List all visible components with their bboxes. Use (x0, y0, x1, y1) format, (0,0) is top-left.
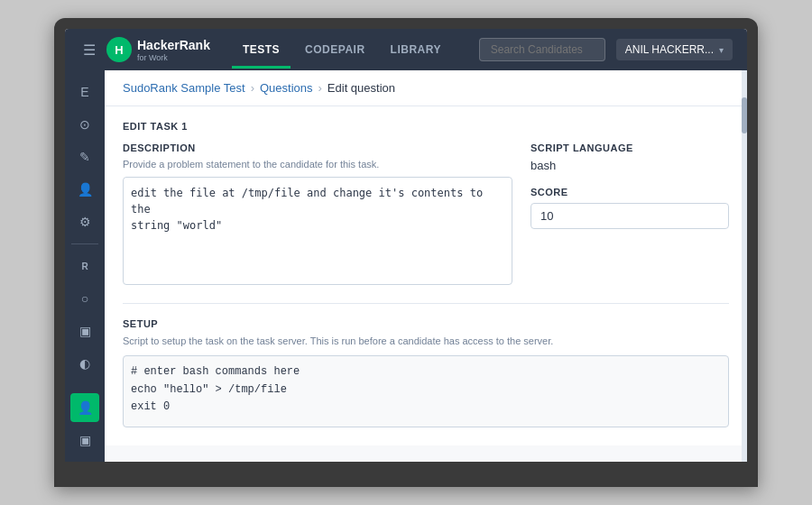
sidebar: E ⊙ ✎ 👤 ⚙ R ○ ▣ ◐ 👤 ▣ (65, 70, 105, 462)
edit-task-title: EDIT TASK 1 (123, 121, 729, 132)
sidebar-icon-grid[interactable]: ▣ (70, 317, 99, 345)
script-language-label: SCRIPT LANGUAGE (531, 142, 729, 153)
sidebar-label-r: R (70, 252, 99, 280)
nav-codepair[interactable]: CODEPAIR (294, 38, 375, 61)
user-menu[interactable]: ANIL HACKERR... ▾ (616, 39, 733, 60)
page-content: EDIT TASK 1 DESCRIPTION Provide a proble… (105, 106, 747, 445)
script-language-value: bash (531, 159, 729, 172)
setup-code-textarea[interactable] (123, 355, 729, 427)
nav-library[interactable]: LIBRARY (380, 38, 452, 61)
description-hint: Provide a problem statement to the candi… (123, 159, 512, 170)
sidebar-icon-edit[interactable]: ✎ (70, 142, 99, 171)
breadcrumb-sep-1: › (251, 81, 254, 95)
breadcrumb-test[interactable]: SudoRank Sample Test (123, 81, 245, 95)
breadcrumb-sep-2: › (318, 81, 322, 95)
laptop-screen: ☰ H HackerRank for Work TESTS CODEPAIR L… (65, 29, 747, 462)
sidebar-icon-gear[interactable]: ⚙ (70, 207, 99, 236)
sidebar-icon-doc[interactable]: ⊙ (70, 110, 99, 139)
content-area: SudoRank Sample Test › Questions › Edit … (105, 70, 747, 462)
search-input[interactable] (479, 38, 605, 61)
logo-text: HackerRank for Work (137, 37, 210, 62)
task-form-grid: DESCRIPTION Provide a problem statement … (123, 142, 729, 289)
sidebar-icon-users-active[interactable]: 👤 (70, 393, 99, 422)
sidebar-icon-half[interactable]: ◐ (70, 349, 99, 378)
chevron-down-icon: ▾ (719, 45, 724, 55)
breadcrumb: SudoRank Sample Test › Questions › Edit … (105, 70, 747, 106)
score-label: SCORE (531, 187, 729, 197)
score-input[interactable] (531, 203, 729, 229)
setup-hint: Script to setup the task on the task ser… (123, 335, 729, 348)
setup-label: SETUP (123, 318, 729, 329)
scrollbar-track (742, 70, 747, 462)
user-name: ANIL HACKERR... (625, 43, 714, 56)
description-textarea[interactable] (123, 177, 512, 285)
description-label: DESCRIPTION (123, 142, 512, 153)
right-panel: SCRIPT LANGUAGE bash SCORE (531, 142, 729, 289)
nav-links: TESTS CODEPAIR LIBRARY (232, 38, 479, 61)
nav-tests[interactable]: TESTS (232, 38, 291, 61)
logo-area: H HackerRank for Work (106, 37, 210, 62)
sidebar-icon-e[interactable]: E (70, 78, 99, 106)
breadcrumb-current: Edit question (328, 81, 395, 95)
scrollbar-thumb[interactable] (742, 97, 747, 133)
top-nav: ☰ H HackerRank for Work TESTS CODEPAIR L… (65, 29, 747, 70)
script-language-section: SCRIPT LANGUAGE bash (531, 142, 729, 172)
score-section: SCORE (531, 187, 729, 229)
breadcrumb-questions[interactable]: Questions (260, 81, 313, 95)
setup-section: SETUP Script to setup the task on the ta… (123, 303, 729, 431)
sidebar-icon-user[interactable]: 👤 (70, 175, 99, 204)
laptop-frame: ☰ H HackerRank for Work TESTS CODEPAIR L… (54, 18, 758, 487)
main-area: E ⊙ ✎ 👤 ⚙ R ○ ▣ ◐ 👤 ▣ SudoRank Sample Te… (65, 70, 747, 462)
sidebar-icon-circle[interactable]: ○ (70, 284, 99, 313)
menu-icon[interactable]: ☰ (79, 38, 99, 62)
description-section: DESCRIPTION Provide a problem statement … (123, 142, 512, 289)
sidebar-icon-bottom[interactable]: ▣ (70, 426, 99, 454)
logo-icon: H (106, 37, 132, 62)
